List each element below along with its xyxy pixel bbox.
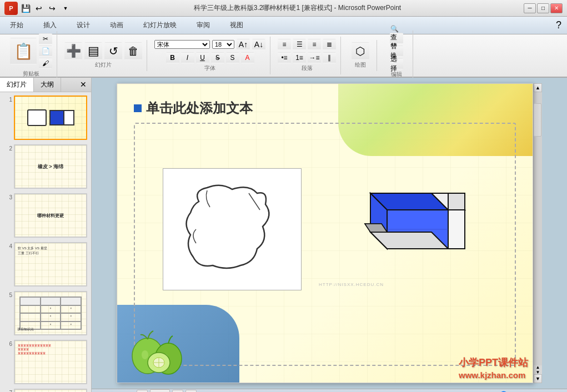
help-button[interactable]: ? (556, 19, 561, 31)
slide-item-7[interactable]: 7 某某某某某某某某某某某 (2, 388, 89, 392)
numbering-button[interactable]: 1≡ (293, 52, 306, 63)
svg-marker-5 (448, 210, 465, 249)
paste-button[interactable]: 📋 (10, 38, 37, 64)
align-center-button[interactable]: ☰ (293, 39, 306, 50)
indent-button[interactable]: →≡ (308, 52, 321, 63)
clipboard-label: 剪贴板 (23, 70, 39, 78)
status-bar: 幻灯片 1/14 ⊞ 标准 ▶ 📖 − + 66% (92, 389, 567, 392)
slide-view-normal-button[interactable]: ⊞ (137, 390, 148, 393)
scroll-arrows-mid[interactable]: ▲▼ (534, 365, 542, 374)
standard-button[interactable]: 标准 (150, 389, 170, 392)
tab-design[interactable]: 设计 (72, 18, 94, 32)
scroll-up-button[interactable]: ▲ (534, 83, 542, 92)
tab-slideshow[interactable]: 幻灯片放映 (139, 18, 181, 32)
eraser-area (337, 165, 470, 288)
thumb-sponge (27, 109, 47, 126)
tab-review[interactable]: 审阅 (192, 18, 214, 32)
slide-num-2: 2 (3, 145, 12, 152)
slide-item-3[interactable]: 3 哪种材料更硬 (2, 192, 89, 239)
maximize-button[interactable]: □ (537, 3, 549, 13)
bottom-right-watermark: 小学PPT课件站 www.kjzhan.com (459, 356, 528, 380)
clipboard-icons: 📋 ✂ 📄 🖌 (10, 33, 52, 69)
shadow-button[interactable]: S (226, 52, 239, 63)
tab-insert[interactable]: 插入 (39, 18, 61, 32)
vertical-scrollbar: ▲ ▲▼ ▼ (533, 83, 542, 383)
sponge-image (177, 179, 288, 279)
watermark-line1: 小学PPT课件站 (459, 356, 528, 369)
underline-button[interactable]: U (196, 52, 209, 63)
slide-item-4[interactable]: 4 软 VS 太多 VS 最坚 三重 三行不行 (2, 241, 89, 288)
panel-close-button[interactable]: ✕ (76, 78, 91, 92)
slides-icons: ➕ ▤ ↺ 🗑 (64, 42, 142, 60)
close-button[interactable]: ✕ (550, 3, 563, 13)
editing-group: 🔍 查找 替换 选择 编辑 (380, 31, 413, 81)
sponge-area: HTTP://NISXX.HCEDU.CN (163, 168, 302, 290)
italic-button[interactable]: I (181, 52, 194, 63)
slide-thumb-4: 软 VS 太多 VS 最坚 三重 三行不行 (14, 242, 87, 287)
outline-panel-tab[interactable]: 大纲 (34, 78, 61, 92)
redo-button[interactable]: ↪ (47, 3, 58, 14)
reading-view-button[interactable]: 📖 (185, 390, 197, 393)
app-body: 开始 插入 设计 动画 幻灯片放映 审阅 视图 ? 📋 ✂ 📄 🖌 剪贴板 ➕ … (0, 17, 567, 392)
editing-label: 编辑 (391, 71, 402, 78)
apple-svg (128, 323, 189, 378)
slide-num-6: 6 (3, 341, 12, 347)
format-painter-button[interactable]: 🖌 (39, 58, 52, 69)
reset-button[interactable]: ↺ (104, 42, 122, 60)
watermark-line2: www.kjzhan.com (459, 370, 528, 381)
bold-button[interactable]: B (166, 52, 179, 63)
undo-button[interactable]: ↩ (33, 3, 44, 14)
tab-start[interactable]: 开始 (6, 18, 28, 32)
slides-label: 幻灯片 (95, 61, 112, 69)
scroll-track-v (534, 92, 542, 365)
tab-view[interactable]: 视图 (225, 18, 248, 32)
window-controls: ─ □ ✕ (524, 3, 563, 13)
app-icon: P (4, 2, 18, 15)
delete-button[interactable]: 🗑 (124, 42, 142, 60)
slide-item-2[interactable]: 2 橡皮 > 海绵 (2, 143, 89, 190)
save-button[interactable]: 💾 (20, 3, 31, 14)
justify-button[interactable]: ≣ (323, 39, 336, 50)
font-size-select[interactable]: 18 (212, 40, 234, 49)
select-button[interactable]: 选择 (390, 58, 403, 69)
minimize-button[interactable]: ─ (524, 3, 536, 13)
text-placeholder[interactable]: 单击此处添加文本 (134, 99, 253, 117)
layout-button[interactable]: ▤ (84, 42, 102, 60)
eraser-image (337, 171, 470, 282)
customize-button[interactable]: ▼ (60, 3, 71, 14)
font-family-select[interactable]: 宋体 (154, 40, 210, 49)
cut-button[interactable]: ✂ (39, 33, 52, 44)
slide-item-6[interactable]: 6 某某某某某某某某某某某某某某某某某某某某某某某某某某 (2, 339, 89, 385)
bullets-button[interactable]: •≡ (278, 52, 291, 63)
shapes-button[interactable]: ⬡ (352, 42, 369, 60)
placeholder-icon (134, 104, 142, 112)
ribbon-main: 📋 ✂ 📄 🖌 剪贴板 ➕ ▤ ↺ 🗑 幻灯片 宋体 18 A↑ (0, 34, 567, 78)
copy-button[interactable]: 📄 (39, 46, 52, 57)
increase-font-button[interactable]: A↑ (237, 39, 250, 50)
decrease-font-button[interactable]: A↓ (252, 39, 265, 50)
align-left-button[interactable]: ≡ (278, 39, 291, 50)
slide-thumb-1 (14, 96, 87, 140)
slide-show-button[interactable]: ▶ (172, 390, 183, 393)
slides-panel-tab[interactable]: 幻灯片 (0, 78, 34, 92)
paragraph-label: 段落 (302, 64, 313, 72)
title-bar: P 💾 ↩ ↪ ▼ 科学三年级上教科版3.2哪种材料硬1 [兼容模式] - Mi… (0, 0, 567, 17)
new-slide-button[interactable]: ➕ (64, 42, 82, 60)
content-box[interactable]: HTTP://NISXX.HCEDU.CN (134, 123, 516, 366)
slide-area: 单击此处添加文本 (92, 78, 567, 389)
strikethrough-button[interactable]: S̶ (211, 52, 224, 63)
slide-num-1: 1 (3, 97, 12, 103)
align-right-button[interactable]: ≡ (308, 39, 321, 50)
font-color-button[interactable]: A (241, 52, 254, 63)
slides-group: ➕ ▤ ↺ 🗑 幻灯片 (60, 40, 147, 71)
ribbon-tabs: 开始 插入 设计 动画 幻灯片放映 审阅 视图 ? (0, 17, 567, 34)
columns-button[interactable]: ∥ (323, 52, 336, 63)
scroll-down-button[interactable]: ▼ (534, 374, 542, 383)
slide-item-5[interactable]: 5 × × (2, 290, 89, 336)
clipboard-group: 📋 ✂ 📄 🖌 剪贴板 (6, 31, 57, 80)
slide-thumb-7: 某某某某某某某某某某某 (14, 389, 87, 392)
slide-item-1[interactable]: 1 (2, 94, 89, 141)
scroll-thumb-v[interactable] (534, 103, 541, 137)
slide-canvas[interactable]: 单击此处添加文本 (117, 83, 533, 383)
tab-animation[interactable]: 动画 (106, 18, 128, 32)
